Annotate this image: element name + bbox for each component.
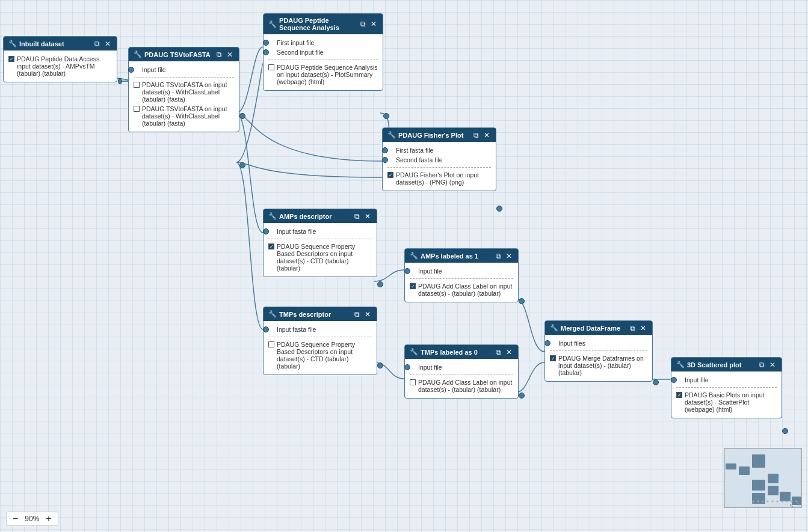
copy-btn-amps-labeled[interactable]: ⧉ xyxy=(495,252,502,260)
copy-btn-amps-desc[interactable]: ⧉ xyxy=(353,213,361,220)
port-left-peptide-2 xyxy=(263,49,269,55)
node-header-tmps-labeled: 🔧 TMPs labeled as 0 ⧉ ✕ xyxy=(405,345,518,359)
port-label-second-fasta: Second fasta file xyxy=(396,156,443,164)
output-item-inbuilt-1: ✓ PDAUG Peptide Data Access input datase… xyxy=(8,54,112,78)
close-btn-fishers[interactable]: ✕ xyxy=(483,132,491,139)
svg-point-17 xyxy=(782,501,783,503)
svg-point-19 xyxy=(791,501,793,503)
port-right-tmps-labeled xyxy=(519,393,525,399)
copy-btn-tmps-desc[interactable]: ⧉ xyxy=(353,311,361,318)
wrench-icon-tsv: 🔧 xyxy=(134,50,142,58)
close-btn-inbuilt[interactable]: ✕ xyxy=(103,40,112,47)
output-fishers-1: ✓ PDAUG Fisher's Plot on input dataset(s… xyxy=(387,170,491,187)
node-body-scatter-3d: Input file ✓ PDAUG Basic Plots on input … xyxy=(671,371,782,418)
close-btn-scatter-3d[interactable]: ✕ xyxy=(768,361,777,368)
divider-scatter-3d xyxy=(676,387,777,388)
checkbox-tmps-labeled-1[interactable] xyxy=(410,379,416,385)
copy-btn-scatter-3d[interactable]: ⧉ xyxy=(758,361,766,368)
port-right-tmps-desc xyxy=(377,362,383,368)
close-btn-tmps-desc[interactable]: ✕ xyxy=(363,311,372,318)
port-right-peptide-seq xyxy=(383,113,389,119)
port-label-input-files-merged: Input files xyxy=(558,340,585,347)
node-header-inbuilt: 🔧 Inbuilt dataset ⧉ ✕ xyxy=(4,37,117,50)
checkbox-tsv-1[interactable] xyxy=(134,82,140,88)
port-label-input-tsv: Input file xyxy=(142,66,166,73)
divider-merged-df xyxy=(550,350,647,351)
node-header-tsv: 🔧 PDAUG TSVtoFASTA ⧉ ✕ xyxy=(129,47,239,61)
minimap-svg: ⤡ xyxy=(724,448,802,508)
svg-point-18 xyxy=(786,501,788,503)
node-title-scatter-3d: 3D Scattered plot xyxy=(687,361,741,368)
port-right-tsv-1 xyxy=(239,113,245,119)
port-label-input-tmps-labeled: Input file xyxy=(418,364,442,371)
port-right-scatter-3d xyxy=(782,428,788,434)
node-title-amps-labeled: AMPs labeled as 1 xyxy=(421,252,478,260)
wrench-icon-tmps-desc: 🔧 xyxy=(268,310,277,318)
checkbox-fishers-1[interactable]: ✓ xyxy=(387,172,393,178)
node-fishers-plot: 🔧 PDAUG Fisher's Plot ⧉ ✕ First fasta fi… xyxy=(382,127,496,191)
wrench-icon-scatter-3d: 🔧 xyxy=(676,361,685,368)
node-inbuilt-dataset: 🔧 Inbuilt dataset ⧉ ✕ ✓ PDAUG Peptide Da… xyxy=(3,36,117,82)
node-tsv-to-fasta: 🔧 PDAUG TSVtoFASTA ⧉ ✕ Input file PDAUG … xyxy=(128,47,239,132)
close-btn-amps-desc[interactable]: ✕ xyxy=(363,213,372,220)
port-input-tmps-labeled: Input file xyxy=(410,362,513,372)
close-btn-tmps-labeled[interactable]: ✕ xyxy=(505,349,513,356)
checkbox-scatter-3d-1[interactable]: ✓ xyxy=(676,392,682,398)
output-label-tmps-labeled-1: PDAUG Add Class Label on input dataset(s… xyxy=(418,379,513,393)
checkbox-merged-df-1[interactable]: ✓ xyxy=(550,355,556,361)
output-amps-desc-1: ✓ PDAUG Sequence Property Based Descript… xyxy=(268,242,372,273)
checkbox-tsv-2[interactable] xyxy=(134,106,140,112)
copy-btn-tmps-labeled[interactable]: ⧉ xyxy=(495,349,502,356)
checkbox-peptide-1[interactable] xyxy=(268,64,274,70)
checkbox-amps-labeled-1[interactable]: ✓ xyxy=(410,283,416,289)
port-dot-inbuilt-right xyxy=(118,78,122,84)
node-body-amps-desc: Input fasta file ✓ PDAUG Sequence Proper… xyxy=(264,223,377,277)
copy-btn-peptide-seq[interactable]: ⧉ xyxy=(359,20,367,28)
node-merged-df: 🔧 Merged DataFrame ⧉ ✕ Input files ✓ PDA… xyxy=(544,320,653,382)
node-header-amps-desc: 🔧 AMPs descriptor ⧉ ✕ xyxy=(264,209,377,223)
node-title-peptide-seq: PDAUG Peptide Sequence Analysis xyxy=(279,17,357,31)
minimap-resize-handle[interactable]: ⤡ xyxy=(796,500,801,507)
wrench-icon-peptide-seq: 🔧 xyxy=(268,20,277,28)
close-btn-peptide-seq[interactable]: ✕ xyxy=(369,20,378,28)
port-right-inbuilt xyxy=(118,78,129,84)
wrench-icon-amps-labeled: 🔧 xyxy=(410,252,418,260)
output-label-inbuilt-1: PDAUG Peptide Data Access input dataset(… xyxy=(17,55,112,77)
node-body-merged-df: Input files ✓ PDAUG Merge Dataframes on … xyxy=(545,335,652,381)
node-header-scatter-3d: 🔧 3D Scattered plot ⧉ ✕ xyxy=(671,358,782,371)
copy-btn-inbuilt[interactable]: ⧉ xyxy=(93,40,101,47)
node-title-inbuilt: Inbuilt dataset xyxy=(19,40,64,47)
port-input-fasta-amps: Input fasta file xyxy=(268,227,372,236)
node-body-tmps-desc: Input fasta file PDAUG Sequence Property… xyxy=(264,321,377,375)
close-btn-amps-labeled[interactable]: ✕ xyxy=(505,252,513,260)
port-label-input-fasta-tmps: Input fasta file xyxy=(277,326,316,333)
node-header-amps-labeled: 🔧 AMPs labeled as 1 ⧉ ✕ xyxy=(405,249,518,263)
node-body-amps-labeled: Input file ✓ PDAUG Add Class Label on in… xyxy=(405,263,518,302)
node-tmps-descriptor: 🔧 TMPs descriptor ⧉ ✕ Input fasta file P… xyxy=(263,307,377,375)
svg-rect-3 xyxy=(752,454,765,468)
svg-point-11 xyxy=(753,501,754,503)
svg-point-13 xyxy=(762,501,764,503)
node-title-merged-df: Merged DataFrame xyxy=(561,325,620,332)
svg-rect-5 xyxy=(752,480,765,491)
close-btn-tsv[interactable]: ✕ xyxy=(226,51,234,58)
wrench-icon-tmps-labeled: 🔧 xyxy=(410,348,418,356)
svg-rect-7 xyxy=(768,486,779,495)
copy-btn-merged-df[interactable]: ⧉ xyxy=(629,325,637,332)
close-btn-merged-df[interactable]: ✕ xyxy=(639,325,647,332)
svg-point-14 xyxy=(767,501,769,503)
node-body-tmps-labeled: Input file PDAUG Add Class Label on inpu… xyxy=(405,359,518,398)
checkbox-tmps-desc-1[interactable] xyxy=(268,341,274,347)
checkbox-amps-desc-1[interactable]: ✓ xyxy=(268,243,274,249)
port-label-first-fasta: First fasta file xyxy=(396,147,433,154)
port-left-amps-labeled xyxy=(404,268,410,274)
workflow-canvas: 🔧 Inbuilt dataset ⧉ ✕ ✓ PDAUG Peptide Da… xyxy=(0,0,808,532)
zoom-out-button[interactable]: − xyxy=(11,514,19,524)
output-tsv-2: PDAUG TSVtoFASTA on input dataset(s) - W… xyxy=(134,104,234,128)
copy-btn-fishers[interactable]: ⧉ xyxy=(472,132,480,139)
zoom-in-button[interactable]: + xyxy=(45,514,52,524)
node-title-fishers: PDAUG Fisher's Plot xyxy=(398,132,463,139)
checkbox-inbuilt-1[interactable]: ✓ xyxy=(8,56,14,62)
copy-btn-tsv[interactable]: ⧉ xyxy=(215,51,223,58)
node-title-tmps-desc: TMPs descriptor xyxy=(279,311,331,318)
